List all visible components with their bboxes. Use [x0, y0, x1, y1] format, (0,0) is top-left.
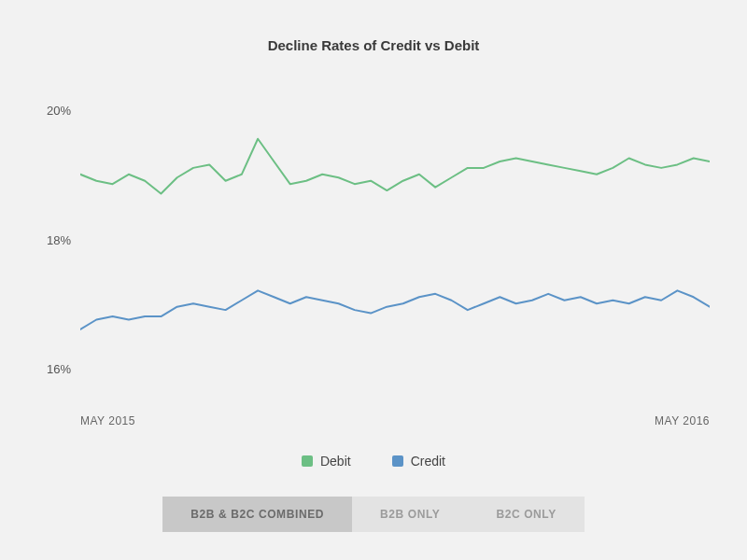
series-line-debit — [80, 139, 710, 194]
swatch-credit — [392, 455, 403, 467]
line-svg — [80, 77, 710, 400]
segment-tabs: B2B & B2C COMBINED B2B ONLY B2C ONLY — [162, 497, 585, 532]
plot-region — [80, 77, 710, 401]
tab-combined[interactable]: B2B & B2C COMBINED — [162, 497, 352, 532]
legend-label-credit: Credit — [411, 454, 445, 469]
legend-item-debit: Debit — [302, 454, 351, 469]
chart-area: 20% 18% 16% — [37, 77, 710, 401]
x-axis: MAY 2015 MAY 2016 — [80, 401, 710, 427]
legend-item-credit: Credit — [392, 454, 445, 469]
chart-title: Decline Rates of Credit vs Debit — [37, 37, 710, 53]
legend-label-debit: Debit — [320, 454, 351, 469]
x-tick-start: MAY 2015 — [80, 414, 135, 427]
y-tick-20: 20% — [47, 103, 71, 117]
swatch-debit — [302, 455, 313, 467]
y-axis: 20% 18% 16% — [37, 77, 80, 401]
y-tick-16: 16% — [47, 362, 71, 376]
tab-b2c-only[interactable]: B2C ONLY — [468, 497, 584, 532]
x-tick-end: MAY 2016 — [655, 414, 710, 427]
legend: Debit Credit — [37, 454, 710, 469]
series-line-credit — [80, 290, 710, 329]
tab-b2b-only[interactable]: B2B ONLY — [352, 497, 468, 532]
y-tick-18: 18% — [47, 232, 71, 246]
